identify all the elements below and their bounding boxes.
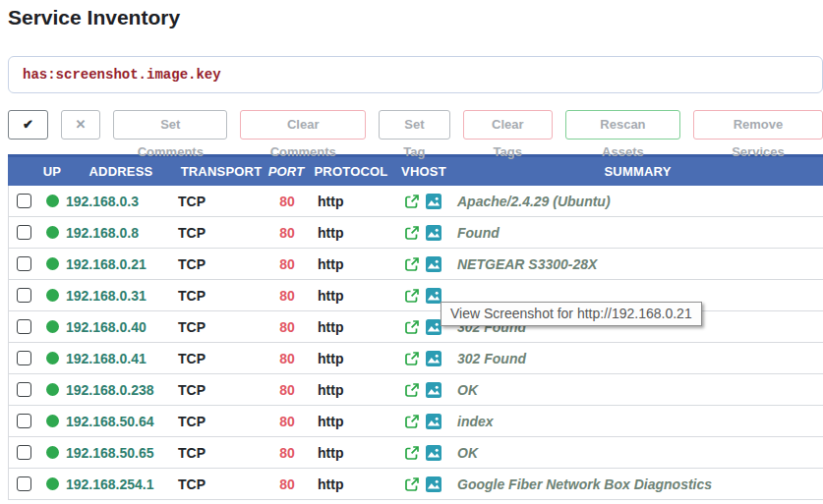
up-status-dot [46,320,59,333]
clear-tags-button[interactable]: Clear Tags [463,110,553,140]
row-checkbox[interactable] [17,225,31,240]
x-icon: ✕ [76,117,87,132]
set-comments-button[interactable]: Set Comments [113,110,227,140]
rescan-assets-button[interactable]: Rescan Assets [565,110,680,140]
up-status-dot [46,415,59,427]
address-link[interactable]: 192.168.0.21 [66,256,147,272]
up-status-dot [46,352,59,364]
screenshot-image-icon[interactable] [426,225,441,241]
address-link[interactable]: 192.168.50.64 [66,414,154,429]
address-link[interactable]: 192.168.0.40 [66,319,147,335]
row-checkbox[interactable] [17,445,31,460]
clear-comments-button[interactable]: Clear Comments [240,110,366,140]
column-header-protocol[interactable]: PROTOCOL [307,164,395,179]
external-link-icon[interactable] [404,445,420,461]
table-row: 192.168.0.41 TCP 80 http 302 Found [8,343,823,374]
up-status-dot [46,477,59,490]
protocol-value: http [308,225,396,241]
transport-value: TCP [178,194,266,209]
summary-value: Google Fiber Network Box Diagnostics [453,476,823,492]
port-value: 80 [266,414,308,429]
column-header-up[interactable]: UP [39,164,65,179]
row-checkbox[interactable] [17,319,31,334]
row-checkbox[interactable] [17,382,31,397]
up-status-dot [46,195,59,207]
transport-value: TCP [178,445,266,461]
screenshot-image-icon[interactable] [426,319,441,335]
external-link-icon[interactable] [404,382,420,398]
port-value: 80 [266,382,308,398]
port-value: 80 [266,319,308,335]
column-header-vhost[interactable]: VHOST [395,164,452,179]
port-value: 80 [266,225,308,241]
protocol-value: http [308,319,396,335]
summary-value: OK [453,445,823,461]
port-value: 80 [266,445,308,461]
address-link[interactable]: 192.168.0.8 [66,225,139,241]
transport-value: TCP [178,225,266,241]
table-row: 192.168.50.64 TCP 80 http index [8,406,823,437]
row-checkbox[interactable] [17,288,31,303]
external-link-icon[interactable] [404,194,420,209]
address-link[interactable]: 192.168.0.3 [66,194,139,209]
port-value: 80 [266,351,308,366]
address-link[interactable]: 192.168.0.41 [66,351,147,366]
screenshot-image-icon[interactable] [426,476,441,492]
row-checkbox[interactable] [17,351,31,365]
column-header-summary[interactable]: SUMMARY [452,164,823,179]
address-link[interactable]: 192.168.0.31 [66,288,147,304]
external-link-icon[interactable] [404,256,420,272]
transport-value: TCP [178,476,266,492]
row-checkbox[interactable] [17,256,31,271]
protocol-value: http [308,445,396,461]
port-value: 80 [266,288,308,304]
summary-value: Apache/2.4.29 (Ubuntu) [453,194,823,209]
select-all-button[interactable]: ✔ [8,110,48,140]
services-table: UP ADDRESS TRANSPORT PORT PROTOCOL VHOST… [8,154,823,500]
up-status-dot [46,383,59,396]
screenshot-image-icon[interactable] [426,351,441,366]
search-input[interactable] [8,56,823,93]
port-value: 80 [266,256,308,272]
external-link-icon[interactable] [404,351,420,366]
screenshot-tooltip: View Screenshot for http://192.168.0.21 [441,302,702,326]
set-tag-button[interactable]: Set Tag [379,110,449,140]
table-body: 192.168.0.3 TCP 80 http Apache/2.4.29 (U… [8,186,823,500]
summary-value: OK [453,382,823,398]
screenshot-image-icon[interactable] [426,445,441,461]
screenshot-image-icon[interactable] [426,414,441,429]
external-link-icon[interactable] [404,476,420,492]
summary-value: NETGEAR S3300-28X [453,256,823,272]
screenshot-image-icon[interactable] [426,382,441,398]
column-header-transport[interactable]: TRANSPORT [177,164,265,179]
row-checkbox[interactable] [17,194,31,208]
up-status-dot [46,289,59,302]
deselect-all-button[interactable]: ✕ [61,110,101,140]
port-value: 80 [266,476,308,492]
address-link[interactable]: 192.168.50.65 [66,445,154,461]
summary-value: Found [453,225,823,241]
screenshot-image-icon[interactable] [426,256,441,272]
protocol-value: http [308,256,396,272]
external-link-icon[interactable] [404,288,420,304]
up-status-dot [46,446,59,459]
transport-value: TCP [178,382,266,398]
transport-value: TCP [178,288,266,304]
summary-value: index [453,414,823,429]
summary-value: 302 Found [453,351,823,366]
protocol-value: http [308,476,396,492]
screenshot-image-icon[interactable] [426,288,441,304]
external-link-icon[interactable] [404,319,420,335]
column-header-port[interactable]: PORT [265,164,307,179]
screenshot-image-icon[interactable] [426,194,441,209]
external-link-icon[interactable] [404,225,420,241]
row-checkbox[interactable] [17,414,31,428]
remove-services-button[interactable]: Remove Services [693,110,823,140]
row-checkbox[interactable] [17,476,31,491]
external-link-icon[interactable] [404,414,420,429]
column-header-address[interactable]: ADDRESS [65,164,177,179]
port-value: 80 [266,194,308,209]
address-link[interactable]: 192.168.0.238 [66,382,154,398]
address-link[interactable]: 192.168.254.1 [66,476,154,492]
transport-value: TCP [178,351,266,366]
